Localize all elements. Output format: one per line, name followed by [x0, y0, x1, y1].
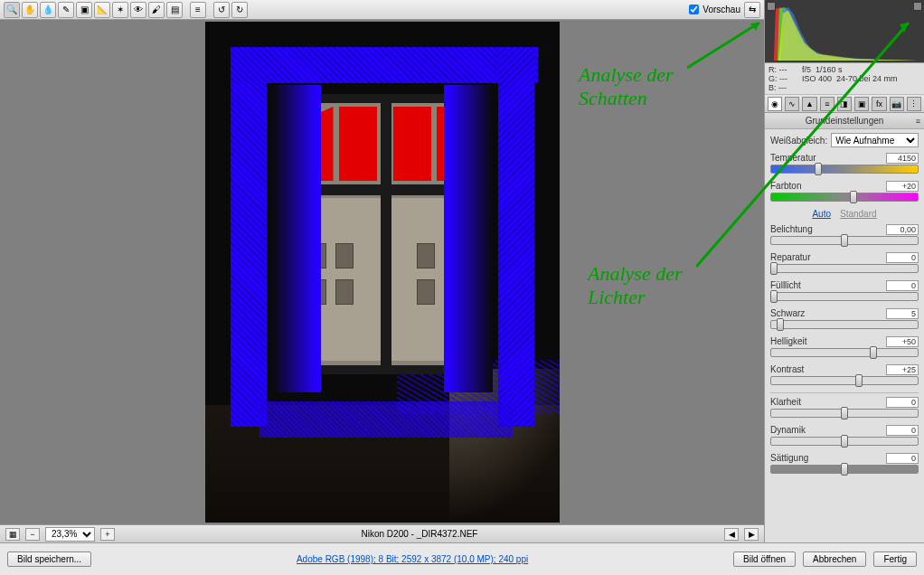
hand-tool-icon[interactable]: ✋: [22, 2, 38, 18]
redeye-tool-icon[interactable]: 👁: [130, 2, 146, 18]
status-bar: ▦ − 23,3% + Nikon D200 - _DIR4372.NEF ◀ …: [0, 524, 764, 542]
canvas-area[interactable]: [0, 20, 764, 524]
wb-label: Weißabgleich:: [770, 136, 827, 146]
farbton-label: Farbton: [770, 181, 801, 192]
reparatur-slider[interactable]: [770, 264, 919, 273]
belichtung-label: Belichtung: [770, 224, 813, 235]
preview-checkbox[interactable]: [689, 5, 699, 14]
panel-title: Grundeinstellungen: [806, 116, 884, 126]
saettigung-slider[interactable]: [770, 465, 919, 474]
shadow-clip-toggle[interactable]: [767, 2, 776, 11]
crop-tool-icon[interactable]: ▣: [76, 2, 92, 18]
preview-label: Vorschau: [702, 5, 740, 14]
done-button[interactable]: Fertig: [873, 551, 917, 567]
dynamik-label: Dynamik: [770, 425, 806, 436]
dynamik-value[interactable]: 0: [886, 425, 919, 436]
tab-curve-icon[interactable]: ∿: [785, 97, 799, 111]
farbton-value[interactable]: +20: [886, 181, 919, 192]
zoom-tool-icon[interactable]: 🔍: [4, 2, 20, 18]
histogram[interactable]: [765, 0, 924, 63]
kontrast-value[interactable]: +25: [886, 364, 919, 375]
wb-select[interactable]: Wie Aufnahme: [831, 133, 919, 147]
klarheit-value[interactable]: 0: [886, 397, 919, 408]
tab-hsl-icon[interactable]: ≡: [820, 97, 834, 111]
wb-tool-icon[interactable]: 💧: [40, 2, 56, 18]
prefs-icon[interactable]: ≡: [190, 2, 206, 18]
spot-tool-icon[interactable]: ✶: [112, 2, 128, 18]
tab-lens-icon[interactable]: ▣: [854, 97, 869, 111]
schwarz-value[interactable]: 5: [886, 308, 919, 319]
straighten-tool-icon[interactable]: 📐: [94, 2, 110, 18]
color-sampler-icon[interactable]: ✎: [58, 2, 74, 18]
helligkeit-value[interactable]: +50: [886, 336, 919, 347]
dynamik-slider[interactable]: [770, 437, 919, 446]
helligkeit-label: Helligkeit: [770, 336, 807, 347]
highlight-clip-toggle[interactable]: [913, 2, 922, 11]
standard-link: Standard: [840, 209, 877, 219]
fuelllicht-slider[interactable]: [770, 292, 919, 301]
lens-value: 24-70 bei 24 mm: [836, 74, 898, 83]
workflow-link[interactable]: Adobe RGB (1998); 8 Bit; 2592 x 3872 (10…: [297, 554, 528, 564]
schwarz-slider[interactable]: [770, 320, 919, 329]
footer: Bild speichern... Adobe RGB (1998); 8 Bi…: [0, 542, 924, 575]
filmstrip-toggle-icon[interactable]: ▦: [5, 528, 20, 541]
klarheit-slider[interactable]: [770, 409, 919, 418]
top-toolbar: 🔍 ✋ 💧 ✎ ▣ 📐 ✶ 👁 🖌 ▤ ≡ ↺ ↻ Vorschau ⇆: [0, 0, 764, 20]
filename-label: Nikon D200 - _DIR4372.NEF: [120, 529, 719, 539]
kontrast-label: Kontrast: [770, 364, 804, 375]
rgb-g: G: ---: [768, 74, 787, 83]
temperatur-value[interactable]: 4150: [886, 153, 919, 164]
temperatur-slider[interactable]: [770, 165, 919, 174]
zoom-in-icon[interactable]: +: [100, 528, 115, 541]
fuelllicht-value[interactable]: 0: [886, 280, 919, 291]
shutter-value: 1/160 s: [816, 65, 843, 74]
preview-image: [205, 22, 560, 523]
schwarz-label: Schwarz: [770, 308, 805, 319]
cancel-button[interactable]: Abbrechen: [803, 551, 866, 567]
grad-filter-icon[interactable]: ▤: [166, 2, 183, 18]
belichtung-value[interactable]: 0,00: [886, 224, 919, 235]
helligkeit-slider[interactable]: [770, 348, 919, 357]
saettigung-value[interactable]: 0: [886, 453, 919, 464]
open-image-button[interactable]: Bild öffnen: [733, 551, 796, 567]
save-image-button[interactable]: Bild speichern...: [7, 551, 91, 567]
reparatur-value[interactable]: 0: [886, 252, 919, 263]
rgb-r: R: ---: [768, 65, 787, 74]
tab-fx-icon[interactable]: fx: [872, 97, 886, 111]
aperture-value: f/5: [802, 65, 811, 74]
prev-image-icon[interactable]: ◀: [724, 528, 739, 541]
kontrast-slider[interactable]: [770, 376, 919, 385]
next-image-icon[interactable]: ▶: [744, 528, 759, 541]
exif-info: R: --- G: --- B: --- f/5 1/160 s ISO 400…: [765, 63, 924, 95]
panel-menu-icon[interactable]: ≡: [916, 117, 920, 126]
panel-header: Grundeinstellungen ≡: [765, 113, 924, 129]
tab-presets-icon[interactable]: ⋮: [907, 97, 921, 111]
rgb-b: B: ---: [768, 83, 787, 92]
rotate-ccw-icon[interactable]: ↺: [213, 2, 230, 18]
rotate-cw-icon[interactable]: ↻: [231, 2, 248, 18]
belichtung-slider[interactable]: [770, 236, 919, 245]
iso-value: ISO 400: [802, 74, 832, 83]
tab-detail-icon[interactable]: ▲: [802, 97, 816, 111]
panel-tabs: ◉ ∿ ▲ ≡ ◨ ▣ fx 📷 ⋮: [765, 95, 924, 113]
zoom-out-icon[interactable]: −: [25, 528, 40, 541]
adjust-brush-icon[interactable]: 🖌: [148, 2, 165, 18]
saettigung-label: Sättigung: [770, 453, 808, 464]
fullscreen-icon[interactable]: ⇆: [744, 2, 760, 18]
highlight-clip-warning: [393, 107, 431, 181]
temperatur-label: Temperatur: [770, 153, 816, 164]
tab-split-icon[interactable]: ◨: [837, 97, 852, 111]
zoom-select[interactable]: 23,3%: [45, 527, 95, 542]
side-panel: R: --- G: --- B: --- f/5 1/160 s ISO 400…: [764, 0, 924, 542]
klarheit-label: Klarheit: [770, 397, 801, 408]
tab-camera-icon[interactable]: 📷: [890, 97, 904, 111]
highlight-clip-warning: [339, 107, 377, 181]
auto-link[interactable]: Auto: [812, 209, 831, 219]
tab-basic-icon[interactable]: ◉: [768, 97, 782, 111]
farbton-slider[interactable]: [770, 193, 919, 202]
